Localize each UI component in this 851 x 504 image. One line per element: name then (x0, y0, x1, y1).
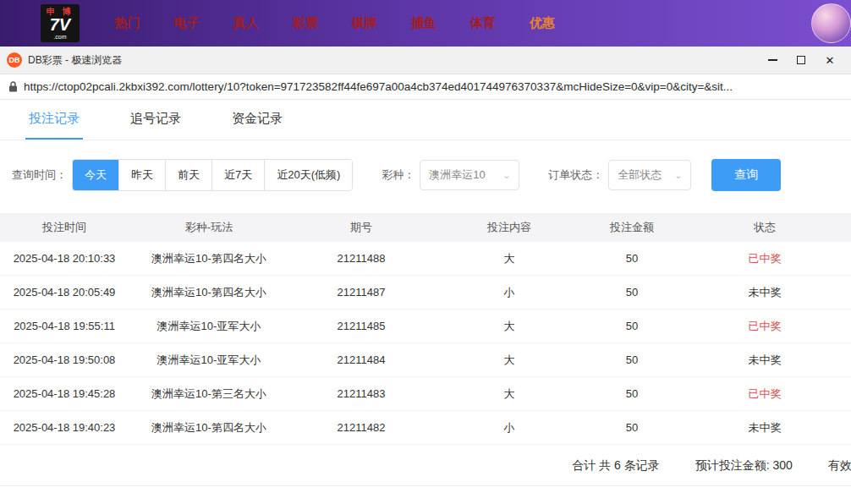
cell-time: 2025-04-18 20:05:49 (0, 276, 129, 310)
lock-icon (8, 81, 18, 92)
cell-amount: 50 (585, 377, 678, 411)
cell-amount: 50 (585, 343, 678, 377)
cell-amount: 50 (585, 411, 678, 445)
tab-chase-records[interactable]: 追号记录 (127, 99, 184, 140)
site-header: 申 博 7V .com 热门 电子 真人 彩票 棋牌 捕鱼 体育 优惠 (0, 0, 851, 47)
col-header-amount: 投注金额 (585, 213, 678, 242)
summary-expected-amount: 预计投注金额: 300 (695, 458, 793, 474)
col-header-game: 彩种-玩法 (129, 213, 289, 242)
order-status-value: 全部状态 (618, 167, 662, 183)
table-row: 2025-04-18 19:50:08 澳洲幸运10-亚军大小 21211484… (0, 343, 851, 377)
cell-amount: 50 (585, 310, 678, 343)
cell-content: 小 (433, 276, 585, 310)
chevron-down-icon: ⌄ (502, 170, 510, 181)
cell-time: 2025-04-18 20:10:33 (0, 242, 129, 276)
cell-issue: 21211488 (289, 242, 433, 276)
cell-content: 大 (433, 310, 585, 343)
url-text[interactable]: https://ctop02pcali.2kbxi392.com/lottery… (24, 80, 733, 93)
nav-item-lottery[interactable]: 彩票 (276, 15, 335, 31)
table-row: 2025-04-18 19:55:11 澳洲幸运10-亚军大小 21211485… (0, 310, 851, 343)
window-controls: ✕ (758, 49, 844, 71)
cell-issue: 21211485 (289, 310, 433, 343)
cell-issue: 21211482 (289, 411, 433, 445)
summary-valid-amount: 有效投注金额: 300 (828, 458, 851, 474)
cell-content: 小 (433, 411, 585, 445)
time-option-today[interactable]: 今天 (73, 160, 118, 190)
user-avatar[interactable] (811, 3, 851, 43)
cell-time: 2025-04-18 19:40:23 (0, 411, 129, 445)
table-row: 2025-04-18 19:40:23 澳洲幸运10-第四名大小 2121148… (0, 411, 851, 445)
time-option-daybefore[interactable]: 前天 (165, 160, 211, 190)
cell-issue: 21211484 (289, 343, 433, 377)
logo-text-com: .com (53, 34, 66, 41)
cell-status: 未中奖 (678, 343, 851, 377)
cell-status: 已中奖 (678, 242, 851, 276)
nav-item-slots[interactable]: 电子 (157, 15, 217, 31)
site-nav-menu: 热门 电子 真人 彩票 棋牌 捕鱼 体育 优惠 (98, 15, 572, 31)
col-header-issue: 期号 (289, 213, 433, 242)
cell-time: 2025-04-18 19:45:28 (0, 377, 129, 411)
status-filter-label: 订单状态： (548, 167, 603, 183)
table-row: 2025-04-18 20:05:49 澳洲幸运10-第四名大小 2121148… (0, 276, 851, 310)
minimize-icon (768, 59, 777, 61)
summary-bar: 合计 共 6 条记录 预计投注金额: 300 有效投注金额: 300 (0, 445, 851, 485)
maximize-icon (797, 56, 805, 64)
col-header-status: 状态 (678, 213, 851, 242)
nav-item-fishing[interactable]: 捕鱼 (394, 15, 453, 31)
time-filter-label: 查询时间： (12, 167, 67, 183)
table-row: 2025-04-18 19:45:28 澳洲幸运10-第三名大小 2121148… (0, 377, 851, 411)
cell-content: 大 (433, 242, 585, 276)
bottom-divider (0, 485, 851, 504)
cell-status: 已中奖 (678, 377, 851, 411)
cell-status: 未中奖 (678, 276, 851, 310)
order-status-select[interactable]: 全部状态 ⌄ (608, 160, 691, 190)
nav-item-cards[interactable]: 棋牌 (335, 15, 394, 31)
cell-game: 澳洲幸运10-亚军大小 (129, 310, 289, 343)
time-option-20days[interactable]: 近20天(低频) (264, 160, 352, 190)
col-header-content: 投注内容 (433, 213, 585, 242)
filter-bar: 查询时间： 今天 昨天 前天 近7天 近20天(低频) 彩种： 澳洲幸运10 ⌄… (0, 140, 851, 210)
nav-item-promos[interactable]: 优惠 (513, 15, 572, 31)
cell-issue: 21211487 (289, 276, 433, 310)
table-row: 2025-04-18 20:10:33 澳洲幸运10-第四名大小 2121148… (0, 242, 851, 276)
record-tabs: 投注记录 追号记录 资金记录 (0, 100, 851, 140)
cell-game: 澳洲幸运10-第四名大小 (129, 276, 289, 310)
maximize-button[interactable] (787, 49, 815, 71)
cell-issue: 21211483 (289, 377, 433, 411)
site-logo[interactable]: 申 博 7V .com (41, 4, 80, 42)
time-option-yesterday[interactable]: 昨天 (118, 160, 165, 190)
lottery-select-value: 澳洲幸运10 (429, 167, 485, 183)
close-button[interactable]: ✕ (815, 49, 844, 71)
logo-text-7v: 7V (50, 16, 70, 34)
time-filter-group: 今天 昨天 前天 近7天 近20天(低频) (72, 159, 353, 191)
lottery-select[interactable]: 澳洲幸运10 ⌄ (420, 160, 519, 190)
cell-game: 澳洲幸运10-第四名大小 (129, 242, 289, 276)
tab-bet-records[interactable]: 投注记录 (25, 99, 83, 140)
cell-amount: 50 (585, 242, 678, 276)
col-header-time: 投注时间 (0, 213, 129, 242)
browser-app-icon: DB (7, 52, 22, 68)
browser-titlebar: DB DB彩票 - 极速浏览器 ✕ (0, 47, 851, 74)
time-option-7days[interactable]: 近7天 (211, 160, 264, 190)
cell-content: 大 (433, 377, 585, 411)
table-header: 投注时间 彩种-玩法 期号 投注内容 投注金额 状态 (0, 213, 851, 242)
nav-item-sports[interactable]: 体育 (453, 15, 513, 31)
nav-item-live[interactable]: 真人 (217, 15, 276, 31)
cell-game: 澳洲幸运10-第四名大小 (129, 411, 289, 445)
cell-time: 2025-04-18 19:50:08 (0, 343, 129, 377)
cell-amount: 50 (585, 276, 678, 310)
cell-time: 2025-04-18 19:55:11 (0, 310, 129, 343)
cell-status: 未中奖 (678, 411, 851, 445)
cell-status: 已中奖 (678, 310, 851, 343)
nav-item-hot[interactable]: 热门 (98, 15, 157, 31)
minimize-button[interactable] (758, 49, 787, 71)
tab-fund-records[interactable]: 资金记录 (228, 99, 286, 140)
cell-game: 澳洲幸运10-第三名大小 (129, 377, 289, 411)
summary-total-count: 合计 共 6 条记录 (572, 458, 659, 474)
cell-content: 大 (433, 343, 585, 377)
address-bar[interactable]: https://ctop02pcali.2kbxi392.com/lottery… (0, 74, 851, 100)
lottery-filter-label: 彩种： (382, 167, 415, 183)
search-button[interactable]: 查询 (711, 159, 781, 191)
window-title: DB彩票 - 极速浏览器 (28, 53, 758, 68)
chevron-down-icon: ⌄ (674, 170, 682, 181)
